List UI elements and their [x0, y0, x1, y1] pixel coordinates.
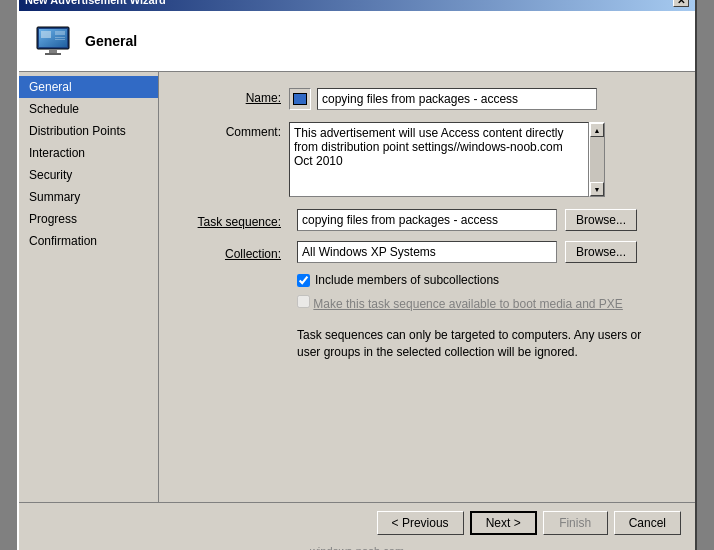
comment-scrollbar[interactable]: ▲ ▼: [589, 122, 605, 197]
previous-button[interactable]: < Previous: [377, 511, 464, 535]
svg-rect-5: [41, 31, 51, 38]
sidebar-item-progress[interactable]: Progress: [19, 208, 158, 230]
content-area: General Schedule Distribution Points Int…: [19, 72, 695, 502]
name-icon: [289, 88, 311, 110]
scroll-down-btn[interactable]: ▼: [590, 182, 604, 196]
make-available-row: Make this task sequence available to boo…: [297, 295, 675, 311]
watermark: windows-noob.com: [19, 543, 695, 550]
include-subcollections-label[interactable]: Include members of subcollections: [315, 273, 499, 287]
collection-browse-button[interactable]: Browse...: [565, 241, 637, 263]
sidebar-item-general[interactable]: General: [19, 76, 158, 98]
svg-rect-7: [55, 37, 65, 38]
wizard-icon: [33, 21, 73, 61]
next-button[interactable]: Next >: [470, 511, 537, 535]
main-content: Name: Comment: This advertisement will u…: [159, 72, 695, 502]
header-area: General: [19, 11, 695, 72]
cancel-button[interactable]: Cancel: [614, 511, 681, 535]
make-available-checkbox[interactable]: [297, 295, 310, 308]
make-available-label: Make this task sequence available to boo…: [313, 297, 623, 311]
finish-button[interactable]: Finish: [543, 511, 608, 535]
comment-row: Comment: This advertisement will use Acc…: [179, 122, 675, 197]
collection-input[interactable]: [297, 241, 557, 263]
title-bar: New Advertisement Wizard ✕: [19, 0, 695, 11]
include-subcollections-row: Include members of subcollections: [297, 273, 675, 287]
task-sequence-browse-button[interactable]: Browse...: [565, 209, 637, 231]
name-label: Name:: [179, 88, 289, 105]
name-field-wrapper: [289, 88, 597, 110]
scroll-up-btn[interactable]: ▲: [590, 123, 604, 137]
sidebar-item-confirmation[interactable]: Confirmation: [19, 230, 158, 252]
task-sequence-input[interactable]: [297, 209, 557, 231]
header-title: General: [85, 33, 137, 49]
task-sequence-label: Task sequence:: [179, 212, 289, 229]
sidebar-item-distribution-points[interactable]: Distribution Points: [19, 120, 158, 142]
sidebar-item-security[interactable]: Security: [19, 164, 158, 186]
comment-label: Comment:: [179, 122, 289, 139]
name-input[interactable]: [317, 88, 597, 110]
comment-wrapper: This advertisement will use Access conte…: [289, 122, 605, 197]
scroll-track: [590, 137, 604, 182]
svg-rect-6: [55, 31, 65, 35]
sidebar: General Schedule Distribution Points Int…: [19, 72, 159, 502]
footer: < Previous Next > Finish Cancel: [19, 502, 695, 543]
svg-rect-8: [55, 39, 65, 40]
info-text: Task sequences can only be targeted to c…: [297, 327, 657, 361]
svg-rect-3: [49, 49, 57, 53]
collection-row: Collection: Browse...: [179, 241, 675, 263]
svg-rect-4: [45, 53, 61, 55]
window-title: New Advertisement Wizard: [25, 0, 166, 6]
include-subcollections-checkbox[interactable]: [297, 274, 310, 287]
task-sequence-row: Task sequence: Browse...: [179, 209, 675, 231]
close-button[interactable]: ✕: [673, 0, 689, 7]
comment-textarea[interactable]: This advertisement will use Access conte…: [289, 122, 589, 197]
collection-label: Collection:: [179, 244, 289, 261]
name-row: Name:: [179, 88, 675, 110]
sidebar-item-interaction[interactable]: Interaction: [19, 142, 158, 164]
wizard-window: New Advertisement Wizard ✕: [17, 0, 697, 550]
sidebar-item-schedule[interactable]: Schedule: [19, 98, 158, 120]
sidebar-item-summary[interactable]: Summary: [19, 186, 158, 208]
